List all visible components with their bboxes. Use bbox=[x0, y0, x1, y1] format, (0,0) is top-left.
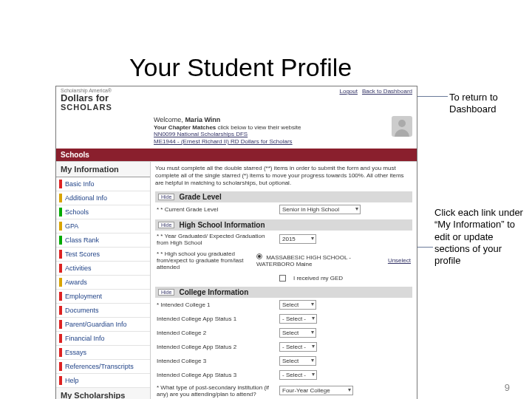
chapter-matches-bold: Your Chapter Matches bbox=[154, 124, 216, 131]
sidebar: My Information Basic InfoAdditional Info… bbox=[56, 162, 151, 399]
label-ged: I received my GED bbox=[293, 275, 343, 282]
sidebar-item-help[interactable]: Help bbox=[56, 374, 150, 388]
label-current-grade: * * Current Grade Level bbox=[157, 206, 275, 213]
hide-button-grade[interactable]: Hide bbox=[158, 194, 174, 200]
sidebar-item-activities[interactable]: Activities bbox=[56, 262, 150, 276]
sidebar-item-label: Awards bbox=[65, 279, 87, 286]
brand-line-2: SCHOLARS bbox=[61, 103, 112, 112]
page-number: 9 bbox=[505, 382, 510, 393]
sidebar-item-label: Additional Info bbox=[65, 194, 107, 202]
checkbox-ged[interactable] bbox=[279, 275, 286, 282]
chapter-link-2[interactable]: ME1944 - (Ernest Richard II) RD Dollars … bbox=[154, 138, 387, 146]
sidebar-item-label: Employment bbox=[65, 293, 102, 300]
select-current-grade[interactable]: Senior in High School bbox=[279, 205, 361, 214]
status-tick bbox=[59, 334, 62, 343]
label-c1: * Intended College 1 bbox=[157, 301, 275, 308]
avatar bbox=[392, 116, 412, 137]
prev-hs-text: MASSABESIC HIGH SCHOOL - WATERBORO Maine bbox=[256, 254, 351, 267]
slide-title: Your Student Profile bbox=[129, 53, 352, 82]
hide-button-college[interactable]: Hide bbox=[158, 289, 174, 296]
sidebar-item-label: Schools bbox=[65, 208, 89, 216]
label-c3s: Intended College App Status 3 bbox=[157, 372, 275, 378]
label-c2: Intended College 2 bbox=[157, 330, 275, 336]
field-current-grade: * * Current Grade Level Senior in High S… bbox=[155, 202, 412, 216]
sidebar-item-employment[interactable]: Employment bbox=[56, 290, 150, 304]
sidebar-item-awards[interactable]: Awards bbox=[56, 276, 150, 290]
sidebar-item-label: Parent/Guardian Info bbox=[65, 321, 127, 328]
brand-block: Scholarship America® Dollars for SCHOLAR… bbox=[61, 88, 112, 112]
label-type: * What type of post-secondary institutio… bbox=[157, 384, 275, 398]
section-hs-info: Hide High School Information bbox=[155, 219, 412, 231]
section-college-info: Hide College Information bbox=[155, 287, 412, 298]
screenshot-header: Scholarship America® Dollars for SCHOLAR… bbox=[56, 86, 417, 113]
sidebar-item-label: Documents bbox=[65, 307, 99, 314]
main-content: You must complete all the double starred… bbox=[151, 162, 417, 399]
status-tick bbox=[59, 222, 62, 231]
sidebar-item-label: Activities bbox=[65, 265, 92, 272]
select-type[interactable]: Four-Year College bbox=[279, 386, 353, 395]
status-tick bbox=[59, 320, 62, 329]
select-c1[interactable]: Select bbox=[279, 300, 316, 310]
sidebar-item-class-rank[interactable]: Class Rank bbox=[56, 233, 150, 248]
unselect-link[interactable]: Unselect bbox=[388, 257, 411, 264]
field-grad-year: * * Year Graduated/ Expected Graduation … bbox=[155, 231, 412, 248]
select-c1s[interactable]: - Select - bbox=[279, 314, 317, 324]
status-tick bbox=[59, 362, 62, 371]
status-tick bbox=[59, 278, 62, 287]
status-tick bbox=[59, 236, 62, 245]
label-c2s: Intended College App Status 2 bbox=[157, 344, 275, 350]
label-c1s: Intended College App Status 1 bbox=[157, 316, 275, 322]
section-grade-level: Hide Grade Level bbox=[155, 191, 412, 202]
sidebar-item-essays[interactable]: Essays bbox=[56, 346, 150, 360]
sidebar-item-label: Basic Info bbox=[65, 180, 95, 188]
sidebar-item-label: Essays bbox=[65, 349, 86, 356]
select-c2s[interactable]: - Select - bbox=[279, 342, 317, 352]
value-prev-hs: MASSABESIC HIGH SCHOOL - WATERBORO Maine bbox=[256, 253, 379, 267]
callout-return-dashboard: To return to Dashboard bbox=[449, 92, 532, 115]
sidebar-item-label: Help bbox=[65, 377, 79, 384]
sidebar-item-documents[interactable]: Documents bbox=[56, 304, 150, 318]
screenshot-panel: Scholarship America® Dollars for SCHOLAR… bbox=[55, 86, 417, 399]
sidebar-item-references-transcripts[interactable]: References/Transcripts bbox=[56, 360, 150, 374]
schools-bar: Schools bbox=[56, 149, 417, 161]
sidebar-head-my-scholarships[interactable]: My Scholarships bbox=[56, 388, 150, 399]
status-tick bbox=[59, 348, 62, 357]
field-prev-hs: * * High school you graduated from/expec… bbox=[155, 248, 412, 273]
hide-button-hs[interactable]: Hide bbox=[158, 222, 174, 228]
sidebar-item-label: Financial Info bbox=[65, 335, 105, 342]
status-tick bbox=[59, 250, 62, 259]
radio-prev-hs[interactable] bbox=[256, 253, 262, 259]
select-c3s[interactable]: - Select - bbox=[279, 370, 317, 380]
brand-line-1: Dollars for bbox=[61, 93, 112, 103]
status-tick bbox=[59, 208, 62, 216]
welcome-prefix: Welcome, bbox=[154, 116, 183, 123]
logout-link[interactable]: Logout bbox=[339, 88, 357, 112]
status-tick bbox=[59, 376, 62, 385]
welcome-name: Maria Winn bbox=[185, 116, 220, 123]
sidebar-item-financial-info[interactable]: Financial Info bbox=[56, 332, 150, 346]
select-c3[interactable]: Select bbox=[279, 356, 316, 366]
sidebar-item-gpa[interactable]: GPA bbox=[56, 219, 150, 233]
status-tick bbox=[59, 292, 62, 301]
sidebar-item-label: GPA bbox=[65, 222, 78, 230]
top-links: Logout Back to Dashboard bbox=[339, 88, 412, 112]
welcome-text: Welcome, Maria Winn Your Chapter Matches… bbox=[154, 116, 387, 146]
chapter-matches-rest: click below to view their website bbox=[218, 124, 301, 131]
status-tick bbox=[59, 194, 62, 202]
chapter-link-1[interactable]: NN0099 National Scholarships DFS bbox=[154, 131, 387, 138]
sidebar-item-basic-info[interactable]: Basic Info bbox=[56, 177, 150, 191]
welcome-row: Welcome, Maria Winn Your Chapter Matches… bbox=[56, 116, 417, 146]
back-to-dashboard-link[interactable]: Back to Dashboard bbox=[362, 88, 412, 112]
section-title-college: College Information bbox=[179, 288, 248, 296]
sidebar-item-schools[interactable]: Schools bbox=[56, 205, 150, 219]
select-grad-year[interactable]: 2015 bbox=[279, 234, 316, 244]
section-title-hs: High School Information bbox=[179, 221, 265, 229]
sidebar-item-parent-guardian-info[interactable]: Parent/Guardian Info bbox=[56, 318, 150, 332]
field-ged: I received my GED bbox=[155, 273, 412, 284]
select-c2[interactable]: Select bbox=[279, 328, 316, 338]
status-tick bbox=[59, 180, 62, 188]
sidebar-item-test-scores[interactable]: Test Scores bbox=[56, 248, 150, 262]
label-c3: Intended College 3 bbox=[157, 358, 275, 364]
sidebar-item-additional-info[interactable]: Additional Info bbox=[56, 191, 150, 205]
sidebar-item-label: References/Transcripts bbox=[65, 363, 134, 370]
